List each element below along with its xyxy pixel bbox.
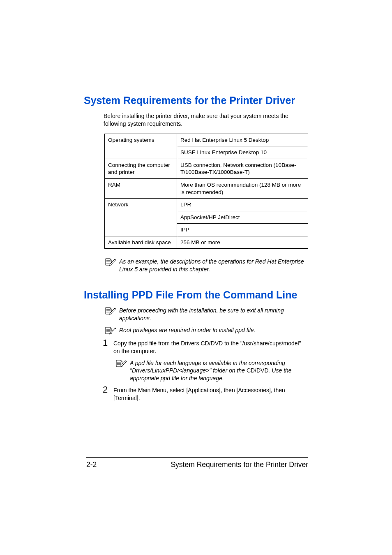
step-number-2: 2 (103, 385, 113, 394)
table-cell-disk-val: 256 MB or more (177, 236, 308, 249)
table-cell-disk-label: Available hard disk space (105, 236, 177, 249)
note-icon (104, 307, 117, 316)
table-cell-network-val2: AppSocket/HP JetDirect (177, 211, 308, 224)
footer-divider (86, 457, 308, 458)
table-cell-os-label: Operating systems (105, 134, 177, 159)
table-cell-ram-val: More than OS recommendation (128 MB or m… (177, 178, 308, 198)
note-icon (104, 326, 117, 335)
table-cell-connect-val: USB connection, Network connection (10Ba… (177, 159, 308, 178)
intro-text: Before installing the printer driver, ma… (104, 112, 308, 128)
table-cell-network-label: Network (105, 199, 177, 236)
heading-system-requirements: System Requirements for the Printer Driv… (84, 95, 308, 106)
step-text-1: Copy the ppd file from the Drivers CD/DV… (113, 340, 308, 355)
step-number-1: 1 (103, 338, 113, 347)
table-cell-connect-label: Connecting the computer and printer (105, 159, 177, 178)
step-text-2: From the Main Menu, select [Applications… (113, 386, 308, 402)
note-icon (104, 258, 117, 267)
table-cell-os-val2: SUSE Linux Enterprise Desktop 10 (177, 146, 308, 159)
system-requirements-table: Operating systems Red Hat Enterprise Lin… (104, 134, 308, 249)
table-cell-network-val3: IPP (177, 224, 308, 236)
note-icon (115, 359, 127, 368)
table-cell-os-val1: Red Hat Enterprise Linux 5 Desktop (177, 134, 308, 146)
footer-page-number: 2-2 (86, 460, 97, 469)
subnote-text: A ppd file for each language is availabl… (130, 359, 308, 383)
note-text-2: Before proceeding with the installation,… (119, 307, 308, 322)
heading-installing-ppd: Installing PPD File From the Command Lin… (84, 289, 308, 301)
footer-title: System Requirements for the Printer Driv… (171, 460, 308, 469)
table-cell-ram-label: RAM (105, 178, 177, 198)
note-text-1: As an example, the descriptions of the o… (119, 258, 308, 273)
table-cell-network-val1: LPR (177, 199, 308, 211)
note-text-3: Root privileges are required in order to… (119, 326, 308, 334)
